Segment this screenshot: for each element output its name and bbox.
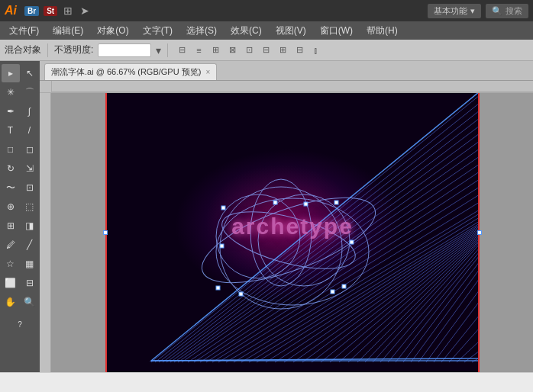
svg-line-40 (418, 278, 480, 362)
artboard[interactable]: archetype (105, 93, 480, 372)
opacity-input[interactable] (98, 43, 151, 57)
svg-line-36 (388, 252, 480, 362)
tool-row-6: ↻ ⇲ (2, 159, 39, 178)
svg-point-55 (192, 180, 386, 300)
br-badge[interactable]: Br (24, 6, 39, 16)
svg-rect-60 (342, 284, 346, 288)
title-bar: Ai Br St ⊞ ➤ 基本功能 ▾ 🔍 搜索 (0, 0, 533, 21)
svg-rect-57 (221, 206, 225, 210)
svg-line-17 (226, 210, 480, 362)
left-toolbar: ▸ ↖ ✳ ⌒ ✒ ∫ T / □ ◻ ↻ ⇲ 〜 ⊡ ⊕ ⬚ (0, 61, 40, 372)
help-tool[interactable]: ? (11, 315, 29, 333)
mesh-tool[interactable]: ⊞ (2, 217, 20, 235)
document-tab[interactable]: 潮流字体.ai @ 66.67% (RGB/GPU 预览) × (44, 63, 217, 80)
blend-label: 混合对象 (5, 43, 41, 56)
align-center-icon[interactable]: ≡ (191, 43, 206, 58)
menu-object[interactable]: 对象(O) (91, 23, 134, 39)
menu-help[interactable]: 帮助(H) (360, 23, 404, 39)
svg-point-56 (216, 201, 360, 281)
grid-icon[interactable]: ⊞ (63, 5, 73, 17)
search-box[interactable]: 🔍 搜索 (486, 4, 528, 18)
eyedropper-tool[interactable]: 🖉 (2, 236, 20, 254)
select-tool[interactable]: ▸ (2, 64, 20, 82)
handle-ml[interactable] (103, 230, 108, 235)
svg-line-45 (457, 341, 480, 362)
svg-point-52 (216, 194, 300, 278)
svg-line-26 (302, 231, 480, 362)
menu-select[interactable]: 选择(S) (180, 23, 223, 39)
ruler-top-row: // Ruler marks drawn dynamically below (40, 81, 533, 93)
pen-tool[interactable]: ✒ (2, 102, 20, 120)
ruler-left-marks (40, 93, 52, 372)
rect-tool[interactable]: □ (2, 140, 20, 159)
svg-line-38 (403, 262, 480, 362)
workspace-selector[interactable]: 基本功能 ▾ (428, 4, 481, 18)
svg-point-50 (220, 187, 342, 309)
gradient-tool[interactable]: ◨ (21, 217, 39, 235)
rotate-tool[interactable]: ↻ (2, 159, 20, 178)
menu-file[interactable]: 文件(F) (3, 23, 45, 39)
graph-tool[interactable]: ▦ (21, 255, 39, 273)
svg-line-25 (293, 230, 480, 362)
perspective-tool[interactable]: ⬚ (21, 198, 39, 216)
scale-tool[interactable]: ⇲ (21, 159, 39, 178)
magic-wand-tool[interactable]: ✳ (2, 83, 20, 101)
svg-point-54 (250, 179, 312, 286)
more-icon[interactable]: ⫿ (308, 43, 324, 58)
menu-view[interactable]: 视图(V) (270, 23, 312, 39)
tool-row-14: ? (11, 315, 29, 333)
svg-line-42 (434, 301, 480, 362)
svg-line-35 (380, 248, 480, 362)
chevron-down-icon: ▾ (470, 6, 475, 16)
tool-row-9: ⊞ ◨ (2, 217, 39, 235)
menu-window[interactable]: 窗口(W) (314, 23, 359, 39)
canvas-viewport-row: archetype (40, 93, 533, 372)
tab-close-button[interactable]: × (205, 68, 210, 76)
curvature-tool[interactable]: ∫ (21, 102, 39, 120)
tool-row-2: ✳ ⌒ (2, 83, 39, 101)
symbol-tool[interactable]: ☆ (2, 255, 20, 273)
st-badge[interactable]: St (44, 6, 57, 16)
measure-tool[interactable]: ╱ (21, 236, 39, 254)
menu-type[interactable]: 文字(T) (137, 23, 179, 39)
lasso-tool[interactable]: ⌒ (21, 83, 39, 101)
align-top-icon[interactable]: ⊠ (225, 43, 240, 58)
svg-line-7 (170, 133, 480, 362)
artboard-tool[interactable]: ⬜ (2, 274, 20, 292)
dist-v-icon[interactable]: ⊟ (292, 43, 307, 58)
type-tool[interactable]: T (2, 121, 20, 140)
direct-select-tool[interactable]: ↖ (21, 64, 39, 82)
align-left-icon[interactable]: ⊟ (174, 43, 189, 58)
align-v-icon[interactable]: ⊟ (258, 43, 273, 58)
send-icon[interactable]: ➤ (80, 5, 89, 17)
menu-edit[interactable]: 编辑(E) (47, 23, 89, 39)
dist-h-icon[interactable]: ⊞ (275, 43, 290, 58)
svg-rect-61 (273, 201, 277, 204)
svg-line-6 (166, 126, 480, 362)
tool-row-13: ✋ 🔍 (2, 293, 39, 311)
tool-row-12: ⬜ ⊟ (2, 274, 39, 292)
menu-effect[interactable]: 效果(C) (225, 23, 268, 39)
align-right-icon[interactable]: ⊞ (208, 43, 223, 58)
eraser-tool[interactable]: ◻ (21, 140, 39, 159)
svg-line-20 (249, 221, 480, 362)
warp-tool[interactable]: 〜 (2, 178, 20, 197)
handle-mr[interactable] (477, 230, 482, 235)
circles-overlay-svg (105, 93, 480, 372)
align-icons: ⊟ ≡ ⊞ ⊠ ⊡ ⊟ ⊞ ⊟ ⫿ (174, 43, 324, 58)
svg-line-19 (241, 217, 480, 362)
viewport[interactable]: archetype (52, 93, 533, 372)
tool-row-1: ▸ ↖ (2, 64, 39, 82)
free-transform-tool[interactable]: ⊡ (21, 178, 39, 197)
svg-line-39 (411, 269, 480, 362)
line-tool[interactable]: / (21, 121, 39, 140)
menu-bar: 文件(F) 编辑(E) 对象(O) 文字(T) 选择(S) 效果(C) 视图(V… (0, 21, 533, 40)
distribute-icon[interactable]: ⊡ (241, 43, 257, 58)
shape-builder-tool[interactable]: ⊕ (2, 198, 20, 216)
svg-line-21 (257, 223, 480, 362)
opacity-arrow[interactable]: ▾ (156, 44, 161, 56)
zoom-tool[interactable]: 🔍 (21, 293, 39, 311)
slice-tool[interactable]: ⊟ (21, 274, 39, 292)
hand-tool[interactable]: ✋ (2, 293, 20, 311)
tool-row-4: T / (2, 121, 39, 140)
